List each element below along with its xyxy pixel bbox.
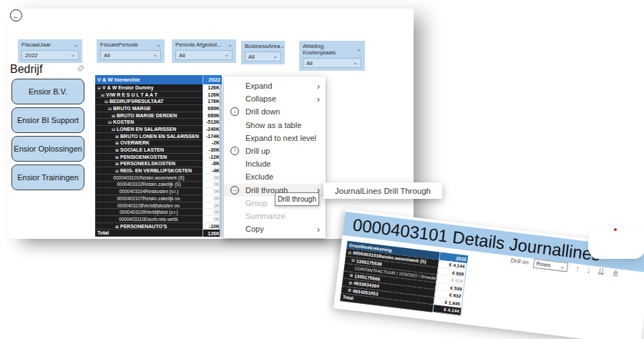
menu-item-collapse[interactable]: Collapse› <box>224 92 326 105</box>
company-button-ensior-oplossingen[interactable]: Ensior Oplossingen <box>11 136 84 162</box>
drill-on-value: Rows <box>536 260 551 268</box>
table-row[interactable]: 0000403109Verblijfskst (v.r.)0K <box>95 209 222 216</box>
expand-icon[interactable]: ⊞ <box>112 113 115 118</box>
slicer-label-text: FiscaalJaar <box>21 41 51 48</box>
expand-icon[interactable]: ⊞ <box>115 147 119 152</box>
row-label: ⊟LONEN EN SALARISSEN <box>95 126 203 133</box>
table-total-row[interactable]: Total126K <box>95 230 222 237</box>
collapse-icon[interactable]: ⊟ <box>108 119 112 124</box>
slicer-label: Afdeling, Kostenplaats⌄ <box>303 43 361 56</box>
expand-icon[interactable]: ⊞ <box>115 140 119 145</box>
chevron-down-icon: ⌄ <box>228 44 233 46</box>
table-row[interactable]: 0000403102Reiskn.zakelijk (S)0K <box>95 182 222 189</box>
expand-icon[interactable]: ⊞ <box>115 224 119 229</box>
table-row[interactable]: ⊞BRUTO LONEN EN SALARISSEN-174K <box>95 133 222 140</box>
table-row[interactable]: ⊞PERSONENAUTO'S-10K <box>95 223 222 230</box>
matrix-scrollbar[interactable] <box>220 84 222 237</box>
slicer-dropdown[interactable]: All⌄ <box>303 58 361 68</box>
drill-up-icon[interactable]: ↑ <box>575 264 580 274</box>
table-row[interactable]: ⊟LONEN EN SALARISSEN-240K <box>95 126 222 133</box>
slicer-label-text: Periode Afgeslot... <box>175 41 222 48</box>
slicer-label: Periode Afgeslot...⌄ <box>175 41 233 48</box>
expand-icon[interactable]: ⊞ <box>348 280 352 285</box>
slicer-fiscaaljaar: FiscaalJaar⌄2022⌄ <box>18 39 82 63</box>
slicer-dropdown[interactable]: All⌄ <box>175 50 233 60</box>
drill-down-icon[interactable]: ↓ <box>586 265 592 275</box>
menu-item-expand[interactable]: Expand› <box>224 79 326 92</box>
table-row[interactable]: ⊞SOCIALE LASTEN-30K <box>95 147 222 154</box>
chevron-right-icon: › <box>317 82 320 91</box>
menu-item-label: Summarize <box>245 212 320 220</box>
drill-through-tooltip: Drill through <box>275 192 319 206</box>
collapse-icon[interactable]: ⊟ <box>101 92 104 97</box>
vw-matrix: V & W hierarchie 2022 ⊟V & W Ensior Dumm… <box>95 75 222 237</box>
chevron-down-icon: ⌄ <box>560 265 565 269</box>
slicer-dropdown[interactable]: All⌄ <box>100 50 161 60</box>
menu-item-exclude[interactable]: Exclude <box>224 170 326 183</box>
collapse-icon[interactable]: ⊟ <box>351 258 355 263</box>
drill-down-icon: ↓ <box>230 107 241 116</box>
row-label-text: BRUTO MARGE <box>113 106 151 111</box>
menu-item-expand-to-next-level[interactable]: Expand to next level <box>224 132 326 144</box>
collapse-icon[interactable]: ⊟ <box>104 99 108 104</box>
row-label: ⊟V/W R E S U L T A A T <box>95 92 203 99</box>
table-row[interactable]: 0000403108Verblijfskosten ov.0K <box>95 202 222 210</box>
table-row[interactable]: ⊞PENSIOENKOSTEN-12K <box>95 154 222 161</box>
row-label-text: BEDRIJFSRESULTAAT <box>109 99 163 104</box>
context-menu: Expand›Collapse›↓Drill downShow as a tab… <box>224 77 326 238</box>
menu-item-show-as-a-table[interactable]: Show as a table <box>224 119 326 132</box>
collapse-icon[interactable]: ⊟ <box>348 250 351 255</box>
table-row[interactable]: ⊟V/W R E S U L T A A T126K <box>95 92 222 99</box>
table-row[interactable]: ⊟BEDRIJFSRESULTAAT176K <box>95 98 222 105</box>
table-row[interactable]: ⊟KOSTEN-513K <box>95 119 222 126</box>
matrix-header-row: V & W hierarchie 2022 <box>95 75 222 84</box>
table-row[interactable]: ⊞BRUTO MARGE DERDEN689K <box>95 112 222 119</box>
row-value: 176K <box>203 98 222 105</box>
expand-icon[interactable]: ⊞ <box>115 134 119 139</box>
expand-icon[interactable]: ⊞ <box>349 273 353 278</box>
menu-item-include[interactable]: Include <box>224 157 326 170</box>
row-label-text: 0000403108Verblijfskosten ov. <box>117 203 180 208</box>
table-row[interactable]: ⊟BRUTO MARGE689K <box>95 105 222 112</box>
table-row[interactable]: ⊟V & W Ensior Dummy126K <box>95 84 222 92</box>
table-row[interactable]: 0000403110Doorb.reis-verbl.0K <box>95 216 222 223</box>
go-to-next-level-icon[interactable]: ⇊ <box>597 267 605 277</box>
chevron-down-icon: ⌄ <box>156 44 161 46</box>
menu-item-copy[interactable]: Copy› <box>224 222 326 235</box>
collapse-icon[interactable]: ⊟ <box>108 106 112 111</box>
row-label-text: 0000403107Reiskn.zakelijk ov. <box>117 196 180 201</box>
expand-icon[interactable]: ⊞ <box>115 161 119 166</box>
collapse-icon[interactable]: ⊟ <box>97 85 101 90</box>
back-arrow-icon: ← <box>12 11 20 20</box>
slicer-dropdown[interactable]: 2022⌄ <box>21 50 79 60</box>
row-label-text: PENSIOENKOSTEN <box>120 154 167 159</box>
row-label: 0000403110Doorb.reis-verbl. <box>95 216 203 223</box>
table-row[interactable]: ⊞PERSONEELSKOSTEN-8K <box>95 161 222 168</box>
slicer-label-text: Afdeling, Kostenplaats <box>303 43 356 56</box>
expand-icon[interactable]: ⊞ <box>348 288 351 293</box>
menu-item-label: Copy <box>245 225 317 233</box>
chevron-down-icon: ⌄ <box>70 54 75 56</box>
company-button-ensior-bi-support[interactable]: Ensior BI Support <box>11 107 84 133</box>
expand-all-icon[interactable]: ⋔ <box>611 268 620 278</box>
menu-item-drill-down[interactable]: ↓Drill down <box>224 105 326 118</box>
collapse-icon[interactable]: ⊟ <box>112 127 115 132</box>
slicer-label: FiscalePeriode⌄ <box>100 41 161 48</box>
slicer-dropdown[interactable]: All⌄ <box>245 51 281 62</box>
table-row[interactable]: 0000403101Reiskn.woon/werk (S)-3K <box>95 175 222 182</box>
back-button[interactable]: ← <box>10 9 22 21</box>
table-row[interactable]: ⊞OVERWERK-2K <box>95 140 222 147</box>
table-row[interactable]: 0000403107Reiskn.zakelijk ov.0K <box>95 195 222 202</box>
table-row[interactable]: 0000403104Reiskosten (v.r.)0K <box>95 188 222 195</box>
menu-item-drill-up[interactable]: ↑Drill up <box>224 144 326 157</box>
row-value: -174K <box>203 133 222 140</box>
company-button-ensior-trainingen[interactable]: Ensior Trainingen <box>11 164 84 190</box>
table-row[interactable]: ⊟REIS- EN VERBLIJFSKOSTEN-4K <box>95 167 222 175</box>
drill-down-icon: ↓ <box>230 107 239 116</box>
submenu-item-journallines-drill-through[interactable]: JournalLines Drill Through <box>323 182 442 199</box>
expand-icon[interactable]: ⊞ <box>115 154 119 159</box>
collapse-icon[interactable]: ⊟ <box>115 168 119 173</box>
row-label: ⊟V & W Ensior Dummy <box>95 84 203 92</box>
company-button-ensior-b-v[interactable]: Ensior B.V. <box>11 79 84 104</box>
row-value: 0K <box>203 182 222 189</box>
